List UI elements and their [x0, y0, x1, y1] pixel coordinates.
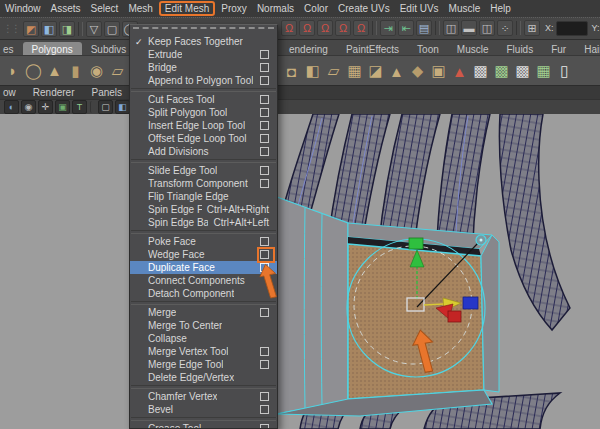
select-component-icon[interactable]: ◨ [59, 21, 75, 37]
menubar-item[interactable]: Help [485, 2, 516, 15]
menu-item[interactable]: ✓ Extrude [130, 48, 277, 61]
menubar-item[interactable]: Window [0, 2, 46, 15]
menu-item[interactable]: ✓ Chamfer Vertex [130, 390, 277, 403]
shelf-tab[interactable]: Polygons [23, 42, 82, 56]
menu-tearoff-handle[interactable] [133, 27, 274, 33]
poly-cylinder-icon[interactable]: ▮ [65, 59, 86, 83]
menu-item[interactable]: ✓ Bevel [130, 403, 277, 416]
shelf-tab[interactable]: Fur [542, 42, 575, 56]
menu-item[interactable]: ✓ [131, 230, 276, 234]
menu-item[interactable]: ✓ Poke Face [130, 235, 277, 248]
option-box-icon[interactable] [260, 63, 269, 72]
shelf-tab[interactable]: PaintEffects [337, 42, 408, 56]
menubar-item[interactable]: Mesh [123, 2, 157, 15]
panel-menu-item[interactable]: Renderer [33, 87, 75, 98]
snap-to-view-plane-icon[interactable]: Ω [353, 20, 369, 36]
snap-to-point-icon[interactable]: Ω [317, 20, 333, 36]
option-box-icon[interactable] [260, 263, 269, 272]
image-plane-icon[interactable]: ✛ [38, 100, 53, 114]
option-box-icon[interactable] [260, 147, 269, 156]
menu-item[interactable]: ✓ Flip Triangle Edge [130, 190, 277, 203]
menu-item[interactable]: ✓ Merge [130, 306, 277, 319]
quick-layout-icon[interactable]: ⊞ [524, 20, 540, 36]
shelf-page-icon[interactable]: ▯ [554, 59, 575, 83]
menu-item[interactable]: ✓ Crease Tool [130, 422, 277, 429]
option-box-icon[interactable] [260, 134, 269, 143]
menubar-item[interactable]: Proxy [216, 2, 252, 15]
menu-item[interactable]: ✓ Wedge Face [130, 248, 277, 261]
poly-sphere-icon[interactable]: ◗ [2, 59, 23, 83]
option-box-icon[interactable] [260, 347, 269, 356]
shelf-tab[interactable]: Hair [575, 42, 600, 56]
wireframe-mode-icon[interactable]: ▢ [98, 100, 113, 114]
film-gate-icon[interactable]: T [72, 100, 87, 114]
shelf-tab[interactable]: endering [280, 42, 337, 56]
option-box-icon[interactable] [260, 76, 269, 85]
snap-to-grid-icon[interactable]: Ω [281, 20, 297, 36]
menu-item[interactable]: ✓ Spin Edge Backward Ctrl+Alt+Left [130, 216, 277, 229]
menu-item[interactable]: ✓ [131, 159, 276, 163]
panel-menu-item[interactable]: ow [3, 87, 16, 98]
shelf-plane-tool-icon[interactable]: ▱ [323, 59, 344, 83]
x-coordinate-input[interactable] [556, 21, 588, 36]
menu-item[interactable]: ✓ [131, 88, 276, 92]
shelf-mirror-icon[interactable]: ◪ [365, 59, 386, 83]
menu-item[interactable]: ✓ Offset Edge Loop Tool [130, 132, 277, 145]
option-box-icon[interactable] [260, 308, 269, 317]
option-box-icon[interactable] [260, 121, 269, 130]
menu-item[interactable]: ✓ Insert Edge Loop Tool [130, 119, 277, 132]
shelf-combine-icon[interactable]: ◘ [281, 59, 302, 83]
select-object-icon[interactable]: ◧ [41, 21, 57, 37]
option-box-icon[interactable] [260, 50, 269, 59]
option-box-icon[interactable] [260, 405, 269, 414]
panel-menu-item[interactable]: Panels [92, 87, 123, 98]
shelf-tab[interactable]: Muscle [448, 42, 498, 56]
output-connections-icon[interactable]: ⇤ [398, 20, 414, 36]
divider[interactable] [372, 21, 377, 35]
poly-sphere-smooth-icon[interactable]: ◉ [86, 59, 107, 83]
render-current-frame-icon[interactable]: ▬ [461, 20, 477, 36]
corner-vertex-widget[interactable] [476, 235, 486, 245]
highlight-selection-icon[interactable]: ▢ [104, 21, 120, 37]
ipr-render-icon[interactable]: ◫ [479, 20, 495, 36]
menu-item[interactable]: ✓ [131, 417, 276, 421]
menu-item[interactable]: ✓ Delete Edge/Vertex [130, 371, 277, 384]
shelf-subdivide-icon[interactable]: ▦ [344, 59, 365, 83]
poly-torus-icon[interactable]: ◯ [23, 59, 44, 83]
option-box-icon[interactable] [260, 424, 269, 429]
menubar-item[interactable]: Color [299, 2, 333, 15]
view-grid-icon[interactable]: ▣ [55, 100, 70, 114]
menu-item[interactable]: ✓ [131, 301, 276, 305]
menubar-item[interactable]: Assets [46, 2, 86, 15]
divider[interactable] [516, 21, 521, 35]
menu-item[interactable]: ✓ Merge Vertex Tool [130, 345, 277, 358]
select-hierarchy-icon[interactable]: ◩ [23, 21, 39, 37]
shelf-bridge-icon[interactable]: ▣ [428, 59, 449, 83]
input-connections-icon[interactable]: ⇥ [380, 20, 396, 36]
divider[interactable] [90, 101, 95, 113]
option-box-icon[interactable] [260, 360, 269, 369]
shelf-wedge-icon[interactable]: ▲ [386, 59, 407, 83]
menu-item[interactable]: ✓ Spin Edge Forward Ctrl+Alt+Right [130, 203, 277, 216]
menu-item[interactable]: ✓ Duplicate Face [130, 261, 277, 274]
shelf-tab[interactable]: es [0, 42, 23, 56]
menu-item[interactable]: ✓ [131, 385, 276, 389]
shelf-tab[interactable]: Fluids [497, 42, 542, 56]
menu-item[interactable]: ✓ Transform Component [130, 177, 277, 190]
shelf-lamp-icon[interactable]: ▲ [449, 59, 470, 83]
option-box-icon[interactable] [260, 179, 269, 188]
menu-item[interactable]: ✓ Bridge [130, 61, 277, 74]
dropdown-arrow-icon[interactable]: ▽ [86, 21, 102, 37]
option-box-icon[interactable] [260, 392, 269, 401]
snap-to-projected-center-icon[interactable]: Ω [335, 20, 351, 36]
render-view-icon[interactable]: ◫ [443, 20, 459, 36]
menu-item[interactable]: ✓ Merge To Center [130, 319, 277, 332]
shelf-uv-checker2-icon[interactable]: ▩ [491, 59, 512, 83]
shelf-tab[interactable]: Toon [408, 42, 448, 56]
shelf-uv-grid-icon[interactable]: ▦ [533, 59, 554, 83]
bookmark-icon[interactable]: ◉ [21, 100, 36, 114]
menubar-item[interactable]: Select [86, 2, 124, 15]
shelf-uv-checker3-icon[interactable]: ▩ [512, 59, 533, 83]
menu-item[interactable]: ✓ Add Divisions [130, 145, 277, 158]
divider[interactable] [435, 21, 440, 35]
